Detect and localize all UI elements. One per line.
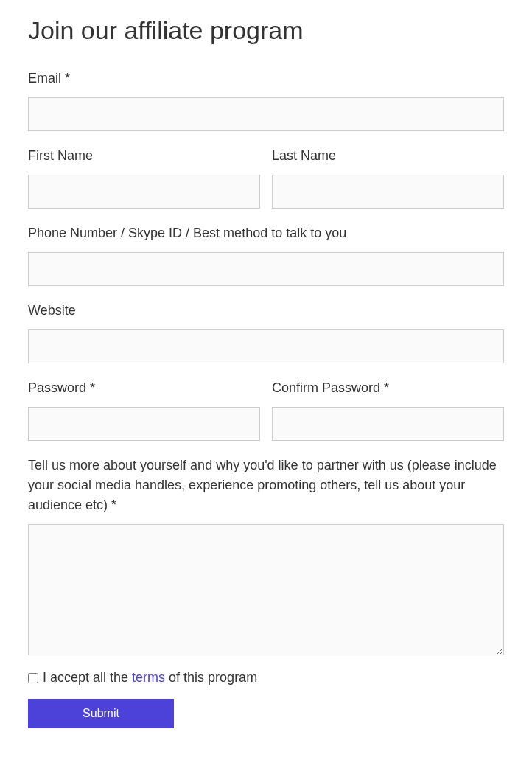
first-name-field[interactable] [28, 175, 260, 209]
terms-prefix: I accept all the [43, 670, 132, 685]
submit-button[interactable]: Submit [28, 699, 174, 728]
last-name-label: Last Name [272, 146, 504, 166]
phone-label: Phone Number / Skype ID / Best method to… [28, 223, 504, 243]
confirm-password-field[interactable] [272, 407, 504, 441]
confirm-password-label: Confirm Password * [272, 378, 504, 398]
email-label: Email * [28, 69, 504, 88]
terms-text: I accept all the terms of this program [43, 670, 257, 686]
website-label: Website [28, 301, 504, 321]
terms-link[interactable]: terms [132, 670, 165, 685]
first-name-label: First Name [28, 146, 260, 166]
page-title: Join our affiliate program [28, 16, 504, 45]
terms-suffix: of this program [165, 670, 257, 685]
about-field[interactable] [28, 524, 504, 655]
email-field[interactable] [28, 97, 504, 131]
phone-field[interactable] [28, 252, 504, 286]
website-field[interactable] [28, 329, 504, 363]
terms-checkbox[interactable] [28, 673, 38, 683]
about-label: Tell us more about yourself and why you'… [28, 456, 504, 515]
password-label: Password * [28, 378, 260, 398]
password-field[interactable] [28, 407, 260, 441]
last-name-field[interactable] [272, 175, 504, 209]
